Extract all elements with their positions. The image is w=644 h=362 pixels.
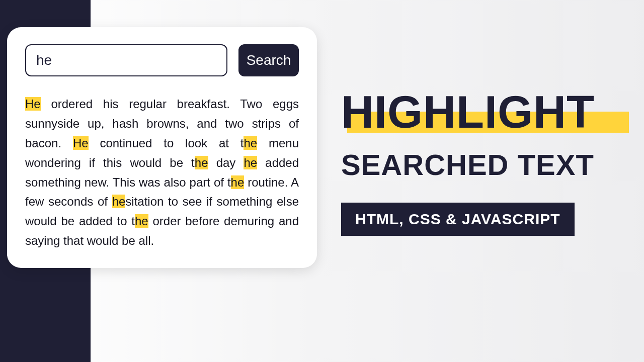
highlight-mark: he (244, 136, 257, 150)
title-highlight-wrap: HIGHLIGHT (341, 89, 595, 135)
highlight-mark: he (112, 195, 126, 208)
highlight-mark: He (73, 136, 89, 150)
search-input[interactable] (25, 44, 227, 76)
title-searched: SEARCHED TEXT (341, 150, 643, 180)
tech-badge: HTML, CSS & JAVASCRIPT (341, 203, 575, 236)
search-row: Search (25, 44, 299, 76)
title-highlight: HIGHLIGHT (341, 89, 595, 135)
right-title-block: HIGHLIGHT SEARCHED TEXT HTML, CSS & JAVA… (341, 89, 643, 236)
search-card: Search He ordered his regular breakfast.… (7, 27, 317, 268)
highlight-mark: He (25, 97, 41, 111)
highlight-mark: he (231, 175, 245, 189)
paragraph-text: He ordered his regular breakfast. Two eg… (25, 95, 299, 251)
highlight-mark: he (195, 156, 208, 169)
search-button[interactable]: Search (238, 44, 299, 76)
highlight-mark: he (244, 156, 257, 169)
highlight-mark: he (135, 214, 148, 228)
